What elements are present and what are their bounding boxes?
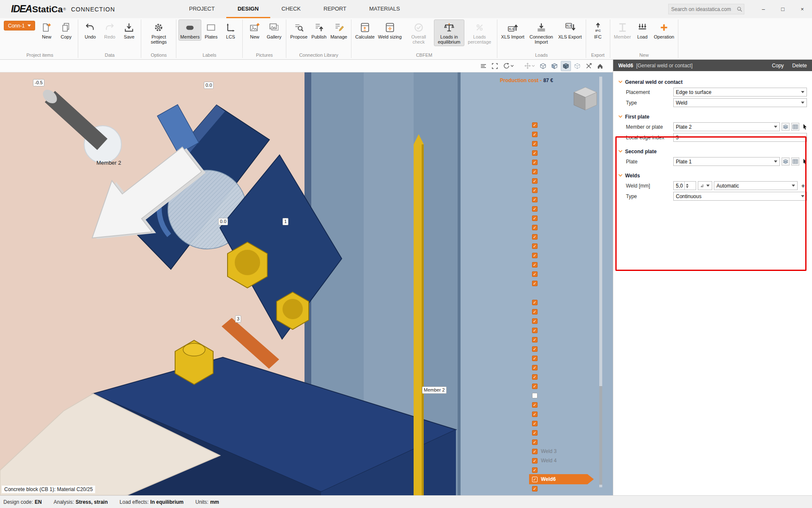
new-load-button[interactable]: Load xyxy=(633,19,652,41)
checkbox-icon[interactable] xyxy=(532,225,538,230)
checkbox-icon[interactable] xyxy=(532,393,538,398)
tab-project[interactable]: PROJECT xyxy=(178,0,226,18)
tree-item[interactable] xyxy=(532,381,601,391)
spinner-arrows-icon[interactable] xyxy=(684,182,696,190)
tree-item[interactable] xyxy=(532,484,601,493)
tree-item[interactable] xyxy=(532,391,601,400)
pick-plates-icon[interactable] xyxy=(782,123,790,131)
search-box[interactable] xyxy=(668,4,744,14)
tree-item[interactable] xyxy=(532,279,601,288)
tree-item[interactable] xyxy=(532,409,601,419)
tree-item[interactable] xyxy=(532,260,601,269)
tree-item[interactable] xyxy=(532,269,601,279)
checkbox-icon[interactable] xyxy=(532,150,538,156)
checkbox-icon[interactable] xyxy=(532,178,538,184)
tree-item[interactable] xyxy=(532,437,601,447)
checkbox-icon[interactable] xyxy=(532,328,538,333)
home-view-icon[interactable] xyxy=(595,61,605,71)
tree-item[interactable] xyxy=(532,204,601,213)
tree-item[interactable] xyxy=(532,307,601,316)
checkbox-icon[interactable] xyxy=(532,271,538,277)
checkbox-icon[interactable] xyxy=(532,206,538,212)
checkbox-icon[interactable] xyxy=(532,458,538,464)
tree-item[interactable]: Weld6 xyxy=(532,475,601,484)
checkbox-icon[interactable] xyxy=(532,346,538,352)
members-labels-button[interactable]: Members xyxy=(178,19,201,41)
tree-item[interactable] xyxy=(532,316,601,326)
tree-item[interactable] xyxy=(532,241,601,251)
view-cube-shaded-icon[interactable] xyxy=(549,61,560,71)
plate-table-icon[interactable] xyxy=(791,123,799,131)
checkbox-icon[interactable] xyxy=(532,132,538,137)
tree-item[interactable] xyxy=(532,176,601,185)
tree-item[interactable] xyxy=(532,223,601,232)
tree-item[interactable] xyxy=(532,363,601,372)
tree-item[interactable] xyxy=(532,120,601,130)
checkbox-icon[interactable] xyxy=(532,411,538,417)
tree-item[interactable] xyxy=(532,167,601,176)
axes-cross-icon[interactable] xyxy=(584,61,594,71)
plates-labels-button[interactable]: Plates xyxy=(201,19,221,41)
tree-item[interactable]: Weld 3 xyxy=(532,447,601,456)
tree-item[interactable] xyxy=(532,419,601,428)
checkbox-icon[interactable] xyxy=(532,281,538,286)
placement-select[interactable]: Edge to surface xyxy=(673,88,807,97)
checkbox-icon[interactable] xyxy=(532,337,538,342)
checkbox-icon[interactable] xyxy=(532,402,538,408)
checkbox-icon[interactable] xyxy=(532,356,538,361)
checkbox-icon[interactable] xyxy=(532,262,538,268)
copy-item-button[interactable]: Copy xyxy=(56,19,76,41)
calculate-button[interactable]: Calculate xyxy=(354,19,376,41)
checkbox-icon[interactable] xyxy=(532,169,538,174)
member-or-plate-select[interactable]: Plate 2 xyxy=(673,122,780,131)
checkbox-icon[interactable] xyxy=(532,477,538,482)
tree-scrollbar[interactable] xyxy=(599,77,602,487)
search-input[interactable] xyxy=(671,6,737,12)
publish-button[interactable]: Publish xyxy=(309,19,329,41)
tree-item[interactable] xyxy=(532,251,601,260)
propose-button[interactable]: Propose xyxy=(288,19,309,41)
undo-button[interactable]: Undo xyxy=(80,19,100,41)
checkbox-icon[interactable] xyxy=(532,365,538,370)
tree-item[interactable]: Weld 4 xyxy=(532,456,601,465)
checkbox-icon[interactable] xyxy=(532,197,538,202)
add-weld-button[interactable] xyxy=(799,182,807,190)
weld-size-mode-select[interactable]: Automatic xyxy=(714,181,798,190)
navigation-cube[interactable] xyxy=(571,86,599,113)
new-operation-button[interactable]: Operation xyxy=(652,19,676,41)
view-cube-outline-icon[interactable] xyxy=(538,61,548,71)
copy-weld-button[interactable]: Copy xyxy=(772,63,784,69)
section-chevron-icon[interactable] xyxy=(618,115,623,118)
checkbox-icon[interactable] xyxy=(532,253,538,258)
loads-in-equilibrium-button[interactable]: Loads in equilibrium xyxy=(434,19,464,46)
connection-import-button[interactable]: Connection Import xyxy=(526,19,557,46)
xls-import-button[interactable]: XLS Import xyxy=(499,19,526,41)
project-settings-button[interactable]: Project settings xyxy=(143,19,174,46)
tree-item[interactable] xyxy=(532,139,601,148)
ifc-export-button[interactable]: IFC xyxy=(588,19,608,41)
tree-item[interactable] xyxy=(532,326,601,335)
tree-item[interactable] xyxy=(532,335,601,344)
new-project-item-button[interactable]: New xyxy=(37,19,56,41)
tree-item[interactable] xyxy=(532,298,601,307)
tree-item[interactable] xyxy=(532,372,601,381)
view-cube-transparent-icon[interactable] xyxy=(572,61,582,71)
checkbox-icon[interactable] xyxy=(532,467,538,473)
tree-item[interactable] xyxy=(532,353,601,363)
checkbox-icon[interactable] xyxy=(532,215,538,221)
checkbox-icon[interactable] xyxy=(532,318,538,324)
checkbox-icon[interactable] xyxy=(532,439,538,445)
display-options-icon[interactable] xyxy=(478,61,488,71)
section-chevron-icon[interactable] xyxy=(618,80,623,83)
minimize-button[interactable]: – xyxy=(754,0,773,18)
checkbox-icon[interactable] xyxy=(532,384,538,389)
view-cube-solid-icon[interactable] xyxy=(561,61,571,71)
tree-item[interactable] xyxy=(532,232,601,241)
new-picture-button[interactable]: New xyxy=(245,19,264,41)
tree-item[interactable] xyxy=(532,428,601,437)
plate-table-icon[interactable] xyxy=(791,157,799,166)
checkbox-icon[interactable] xyxy=(532,309,538,315)
scrollbar-thumb[interactable] xyxy=(599,386,602,485)
tree-item[interactable] xyxy=(532,195,601,204)
weld-size-spinner[interactable]: 5,0 xyxy=(673,181,696,190)
